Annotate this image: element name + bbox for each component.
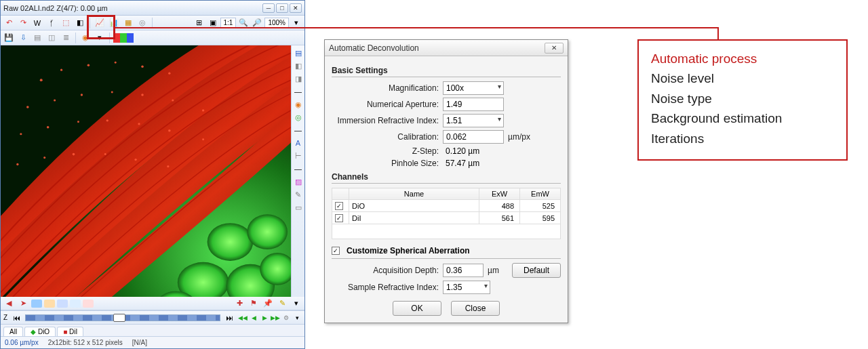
col-emw: EmW: [520, 188, 561, 200]
z-last-icon[interactable]: ⏭: [223, 312, 235, 324]
viewer-titlebar[interactable]: Raw 02ALI.nd2 Z(4/7): 0.00 µm ─ □ ✕: [1, 1, 304, 16]
ok-button[interactable]: OK: [393, 301, 441, 316]
acq-depth-input[interactable]: [443, 264, 484, 277]
nav-arrow-icon[interactable]: ➤: [17, 297, 29, 310]
close-button[interactable]: Close: [451, 301, 500, 316]
z-rev-icon[interactable]: ◀◀: [238, 313, 248, 323]
caliper-icon[interactable]: ᚶ: [45, 17, 58, 29]
svg-point-8: [54, 99, 56, 101]
numerical-aperture-input[interactable]: [443, 98, 504, 111]
side-layers-icon[interactable]: ▤: [293, 47, 304, 58]
calibration-unit: µm/px: [508, 132, 530, 142]
side-annot-icon[interactable]: ✎: [293, 189, 304, 200]
z-playrev-icon[interactable]: ◀: [249, 313, 258, 323]
csa-checkbox[interactable]: ✓: [332, 247, 340, 255]
channel-checkbox[interactable]: ✓: [335, 202, 343, 210]
lut-icon[interactable]: ◧: [74, 17, 86, 29]
default-button[interactable]: Default: [512, 263, 561, 278]
channel-emw[interactable]: 595: [520, 212, 561, 224]
dialog-titlebar[interactable]: Automatic Deconvolution ✕: [325, 40, 568, 56]
callout-item-iterations: Iterations: [651, 129, 834, 148]
z-play-icon[interactable]: ▶: [260, 313, 269, 323]
crop-icon[interactable]: ◫: [45, 32, 58, 44]
svg-point-2: [60, 69, 62, 71]
redo-icon[interactable]: ↷: [17, 17, 29, 29]
side-3d-icon[interactable]: ◉: [293, 99, 304, 110]
pinhole-value: 57.47 µm: [443, 159, 479, 168]
chart-icon[interactable]: 📈: [94, 17, 106, 29]
pointer-icon[interactable]: W: [31, 17, 43, 29]
thumb2-icon[interactable]: [44, 300, 55, 308]
navfirst-icon[interactable]: ◀: [3, 297, 15, 310]
tab-dii[interactable]: ■ DiI: [57, 327, 83, 336]
image-canvas[interactable]: [1, 45, 291, 297]
z-menu-icon[interactable]: ▾: [292, 313, 302, 323]
magnification-combo[interactable]: 100x: [443, 81, 504, 95]
tab-dio[interactable]: ◆ DiO: [24, 327, 56, 336]
viewer-side-toolbar: ▤ ◧ ◨ ― ◉ ◎ ― A ⊢ ― ▨ ✎ ▭: [291, 45, 304, 297]
decon-dropdown-icon[interactable]: ▾: [94, 32, 106, 44]
channel-name[interactable]: DiO: [349, 200, 479, 212]
minimize-button[interactable]: ─: [262, 3, 275, 13]
side-scale-icon[interactable]: ⊢: [293, 150, 304, 161]
export-icon[interactable]: ⇩: [17, 32, 29, 44]
z-label: Z: [3, 314, 7, 321]
svg-point-25: [134, 159, 136, 161]
z-first-icon[interactable]: ⏮: [10, 312, 22, 324]
thumb3-icon[interactable]: [57, 300, 68, 308]
pin-icon[interactable]: 📌: [262, 297, 274, 310]
svg-point-13: [202, 109, 204, 111]
side-region-icon[interactable]: ▭: [293, 202, 304, 213]
z-slider-handle[interactable]: [113, 314, 125, 322]
mark-icon[interactable]: ✚: [233, 297, 245, 310]
stack-icon[interactable]: ≣: [60, 32, 72, 44]
calibration-input[interactable]: [443, 130, 504, 144]
dialog-close-button[interactable]: ✕: [545, 43, 564, 54]
bottom-dropdown-icon[interactable]: ▾: [290, 297, 302, 310]
channel-checkbox[interactable]: ✓: [335, 214, 343, 222]
rgb-channels-icon[interactable]: [113, 33, 134, 43]
callout-item-bg-estimation: Background estimation: [651, 108, 834, 128]
channel-name[interactable]: DiI: [349, 212, 479, 224]
side-color-icon[interactable]: ▨: [293, 176, 304, 187]
side-lut-icon[interactable]: ◨: [293, 73, 304, 84]
flag-icon[interactable]: ⚑: [248, 297, 260, 310]
save-icon[interactable]: 💾: [3, 32, 15, 44]
svg-point-7: [26, 106, 29, 108]
connector-line-v: [717, 27, 719, 41]
channel-emw[interactable]: 525: [520, 200, 561, 212]
side-text-icon[interactable]: A: [293, 138, 304, 148]
thumb1-icon[interactable]: [31, 300, 42, 308]
callout-box: Automatic process Noise level Noise type…: [637, 39, 848, 161]
table-row: ✓ DiI 561 595: [332, 212, 561, 224]
undo-icon[interactable]: ↶: [3, 17, 15, 29]
maximize-button[interactable]: □: [276, 3, 288, 13]
csa-label: Customize Spherical Aberration: [347, 246, 470, 255]
channel-exw[interactable]: 561: [479, 212, 520, 224]
acq-depth-unit: µm: [488, 266, 499, 275]
gallery-icon[interactable]: ▤: [31, 32, 43, 44]
decon-icon[interactable]: ◉: [79, 32, 92, 44]
z-settings-icon[interactable]: ⚙: [281, 313, 291, 323]
thumb5-icon[interactable]: [83, 300, 94, 308]
close-window-button[interactable]: ✕: [290, 3, 302, 13]
status-dims: 2x12bit: 512 x 512 pixels: [48, 339, 123, 346]
sample-ri-combo[interactable]: 1.35: [443, 281, 490, 294]
svg-point-26: [167, 165, 169, 167]
tab-all[interactable]: All: [3, 327, 23, 336]
side-slice-icon[interactable]: ◎: [293, 112, 304, 123]
channel-exw[interactable]: 488: [479, 200, 520, 212]
side-sep3: ―: [293, 163, 304, 174]
z-slider-track[interactable]: [25, 314, 220, 321]
svg-point-27: [208, 223, 254, 261]
viewer-bottom-icons: ◀ ➤ ✚ ⚑ 📌 ✎ ▾: [1, 297, 304, 310]
svg-point-18: [138, 123, 140, 125]
side-hist-icon[interactable]: ◧: [293, 60, 304, 71]
callout-item-noise-type: Noise type: [651, 89, 834, 108]
note-icon[interactable]: ✎: [276, 297, 288, 310]
roi-icon[interactable]: ⬚: [60, 17, 72, 29]
z-fwd-icon[interactable]: ▶▶: [271, 313, 280, 323]
col-name: Name: [349, 188, 479, 200]
thumb4-icon[interactable]: [70, 300, 81, 308]
immersion-ri-combo[interactable]: 1.51: [443, 114, 504, 127]
